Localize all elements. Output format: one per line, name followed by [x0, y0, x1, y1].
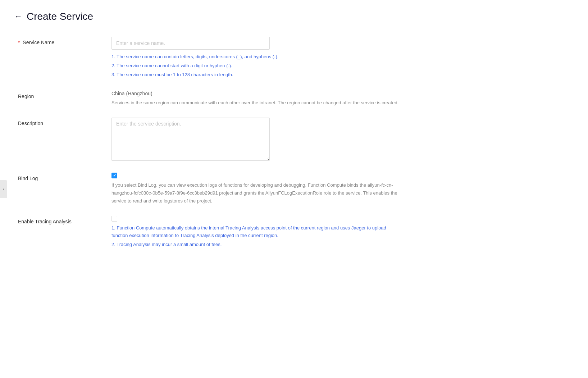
service-name-input[interactable]: [111, 37, 270, 50]
description-label: Description: [18, 118, 111, 126]
region-note: Services in the same region can communic…: [111, 99, 399, 107]
bind-log-label: Bind Log: [18, 173, 111, 181]
tracing-label: Enable Tracing Analysis: [18, 216, 111, 224]
tracing-checkbox[interactable]: [111, 216, 117, 222]
tracing-content: 1. Function Compute automatically obtain…: [111, 216, 399, 250]
bind-log-checkbox-wrapper: [111, 173, 399, 178]
tracing-analysis-row: Enable Tracing Analysis 1. Function Comp…: [18, 216, 489, 250]
bind-log-row: Bind Log If you select Bind Log, you can…: [18, 173, 489, 205]
page-header: ← Create Service: [14, 11, 489, 22]
region-label: Region: [18, 91, 111, 99]
hint-item-3: 3. The service name must be 1 to 128 cha…: [111, 71, 399, 79]
bind-log-note: If you select Bind Log, you can view exe…: [111, 181, 399, 205]
page-title: Create Service: [27, 11, 93, 22]
bind-log-checkbox[interactable]: [111, 173, 117, 178]
description-textarea[interactable]: [111, 118, 270, 161]
service-name-row: * Service Name 1. The service name can c…: [18, 37, 489, 80]
service-name-hints: 1. The service name can contain letters,…: [111, 53, 399, 78]
service-name-label: * Service Name: [18, 37, 111, 45]
bind-log-content: If you select Bind Log, you can view exe…: [111, 173, 399, 205]
tracing-checkbox-wrapper: [111, 216, 399, 222]
back-arrow-icon[interactable]: ←: [14, 12, 22, 21]
required-indicator: *: [18, 40, 20, 45]
hint-item-1: 1. The service name can contain letters,…: [111, 53, 399, 61]
region-value: China (Hangzhou): [111, 91, 399, 96]
sidebar-toggle[interactable]: ‹: [0, 180, 7, 198]
region-row: Region China (Hangzhou) Services in the …: [18, 91, 489, 107]
tracing-hint-2: 2. Tracing Analysis may incur a small am…: [111, 241, 399, 249]
create-service-form: * Service Name 1. The service name can c…: [14, 37, 489, 250]
hint-item-2: 2. The service name cannot start with a …: [111, 62, 399, 70]
tracing-hint-1: 1. Function Compute automatically obtain…: [111, 224, 399, 240]
region-content: China (Hangzhou) Services in the same re…: [111, 91, 399, 107]
description-content: [111, 118, 399, 162]
tracing-hints: 1. Function Compute automatically obtain…: [111, 224, 399, 248]
description-row: Description: [18, 118, 489, 162]
service-name-content: 1. The service name can contain letters,…: [111, 37, 399, 80]
